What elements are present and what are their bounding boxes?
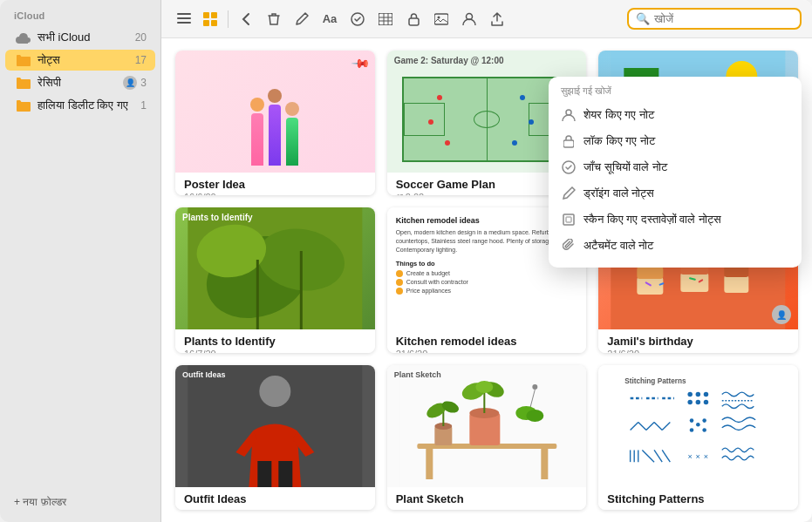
- format-button[interactable]: Aa: [317, 7, 342, 31]
- suggestion-scanned-notes[interactable]: स्कैन किए गए दस्तावेज़ों वाले नोट्स: [549, 207, 802, 233]
- todo-item-1: Create a budget: [396, 270, 450, 277]
- birthday-title: Jamil's birthday: [607, 335, 789, 348]
- shared-icon: 👤: [123, 76, 137, 90]
- cloud-icon: [16, 31, 31, 44]
- suggestion-checklist-label: जाँच सूचियों वाले नोट: [583, 160, 667, 174]
- suggestion-locked-label: लॉक किए गए नोट: [583, 134, 655, 148]
- stitching-thumb: Stitching Patterns: [598, 365, 798, 487]
- toolbar: Aa 🔍: [161, 0, 812, 38]
- lock-button[interactable]: [401, 7, 426, 31]
- checklist-button[interactable]: [345, 7, 370, 31]
- note-card-poster-idea[interactable]: 📌: [175, 51, 375, 195]
- share-user-button[interactable]: [457, 7, 481, 31]
- todo-item-2: Consult with contractor: [396, 279, 468, 286]
- suggestion-attachment-notes[interactable]: अटैचमेंट वाले नोट: [549, 233, 802, 259]
- note-card-plant-sketch[interactable]: Plant Sketch Plant Sketch: [387, 365, 587, 510]
- suggestion-shared-label: शेयर किए गए नोट: [583, 108, 654, 122]
- svg-text:×: ×: [696, 452, 700, 461]
- all-icloud-label: सभी iCloud: [38, 31, 135, 44]
- suggestion-drawing-notes[interactable]: ड्रॉइंग वाले नोट्स: [549, 180, 802, 207]
- plants-thumb: Plants to Identify: [175, 207, 375, 329]
- sidebar-item-recipes[interactable]: रेसिपी 👤 3: [5, 72, 155, 93]
- svg-point-85: [704, 400, 708, 404]
- poster-figures: [250, 51, 299, 173]
- table-button[interactable]: [373, 7, 398, 31]
- outfit-label: Outfit Ideas: [182, 370, 226, 379]
- plants-svg: [175, 207, 375, 329]
- list-view-button[interactable]: [172, 7, 196, 31]
- svg-rect-37: [638, 267, 664, 279]
- kitchen-title: Kitchen remodel ideas: [396, 216, 480, 225]
- plant-sketch-info: Plant Sketch: [387, 487, 587, 510]
- deleted-folder-count: 1: [140, 99, 147, 112]
- note-card-stitching[interactable]: Stitching Patterns: [598, 365, 798, 510]
- recipes-folder-icon: [16, 77, 31, 90]
- figure-2: [268, 89, 282, 166]
- poster-thumb: 📌: [175, 51, 375, 173]
- sidebar: iCloud सभी iCloud 20 नोट्स 17 रेसिपी 👤 3…: [0, 0, 161, 522]
- note-card-plants[interactable]: Plants to Identify Plants to Identify 16…: [175, 207, 375, 352]
- share-button[interactable]: [485, 7, 509, 31]
- checklist-notes-icon: [561, 159, 577, 175]
- plants-title: Plants to Identify: [184, 335, 366, 348]
- svg-rect-4: [211, 12, 217, 18]
- sidebar-item-all-icloud[interactable]: सभी iCloud 20: [5, 27, 155, 48]
- poster-idea-title: Poster Idea: [184, 178, 366, 191]
- figure-1: [250, 98, 264, 166]
- deleted-folder-icon: [16, 99, 31, 112]
- svg-rect-58: [426, 449, 433, 479]
- svg-rect-3: [203, 12, 209, 18]
- svg-rect-40: [681, 273, 709, 292]
- suggestion-shared-notes[interactable]: शेयर किए गए नोट: [549, 102, 802, 128]
- birthday-info: Jamil's birthday 21/6/20: [598, 329, 798, 352]
- svg-rect-55: [278, 461, 292, 487]
- delete-button[interactable]: [262, 7, 286, 31]
- suggestion-checklist-notes[interactable]: जाँच सूचियों वाले नोट: [549, 154, 802, 180]
- note-card-outfit[interactable]: Outfit Ideas Outfit Ideas: [175, 365, 375, 510]
- media-button[interactable]: [429, 7, 454, 31]
- compose-button[interactable]: [290, 7, 314, 31]
- svg-rect-59: [541, 449, 548, 479]
- new-folder-label: + नया फ़ोल्डर: [14, 496, 66, 508]
- sidebar-item-notes[interactable]: नोट्स 17: [5, 50, 155, 71]
- svg-rect-54: [257, 461, 271, 487]
- back-button[interactable]: [234, 7, 258, 31]
- svg-point-80: [688, 391, 693, 396]
- svg-rect-5: [203, 20, 209, 26]
- svg-point-95: [690, 428, 694, 432]
- stitching-info: Stitching Patterns: [598, 487, 798, 510]
- plants-info: Plants to Identify 16/7/20: [175, 329, 375, 352]
- recipes-folder-count: 3: [140, 77, 147, 89]
- svg-point-94: [703, 418, 707, 423]
- notes-folder-label: नोट्स: [38, 53, 135, 67]
- svg-rect-2: [177, 22, 191, 24]
- suggestion-scanned-label: स्कैन किए गए दस्तावेज़ों वाले नोट्स: [583, 213, 721, 227]
- kitchen-info: Kitchen remodel ideas 21/6/20: [387, 329, 587, 352]
- plant-sketch-title: Plant Sketch: [396, 492, 578, 505]
- search-input[interactable]: [654, 12, 785, 25]
- figure-3: [285, 102, 299, 166]
- suggestion-attachment-label: अटैचमेंट वाले नोट: [583, 239, 653, 253]
- search-box[interactable]: 🔍: [627, 8, 802, 30]
- svg-rect-8: [379, 13, 392, 25]
- kitchen-date: 21/6/20: [396, 349, 578, 352]
- svg-rect-20: [563, 214, 574, 225]
- plants-date: 16/7/20: [184, 349, 366, 352]
- soccer-subtitle: Game 2: Saturday @ 12:00: [394, 56, 504, 65]
- all-icloud-count: 20: [135, 31, 147, 44]
- sidebar-item-recently-deleted[interactable]: हालिया डिलीट किए गए 1: [5, 95, 155, 116]
- view-toggle-section: [172, 7, 222, 31]
- svg-point-71: [532, 384, 537, 390]
- new-folder-button[interactable]: + नया फ़ोल्डर: [0, 489, 160, 515]
- svg-point-74: [526, 410, 543, 422]
- svg-point-81: [696, 391, 700, 396]
- stitching-title: Stitching Patterns: [607, 492, 789, 505]
- kitchen-todo-title: Things to do: [396, 260, 435, 268]
- svg-text:×: ×: [688, 452, 693, 461]
- svg-rect-6: [211, 20, 217, 26]
- suggestion-locked-notes[interactable]: लॉक किए गए नोट: [549, 128, 802, 154]
- suggestions-title: सुझाई गई खोजें: [549, 85, 802, 102]
- plants-label: Plants to Identify: [182, 213, 253, 222]
- main-content: Aa 🔍 सुझाई गई खोजें: [161, 0, 812, 522]
- grid-view-button[interactable]: [198, 7, 222, 31]
